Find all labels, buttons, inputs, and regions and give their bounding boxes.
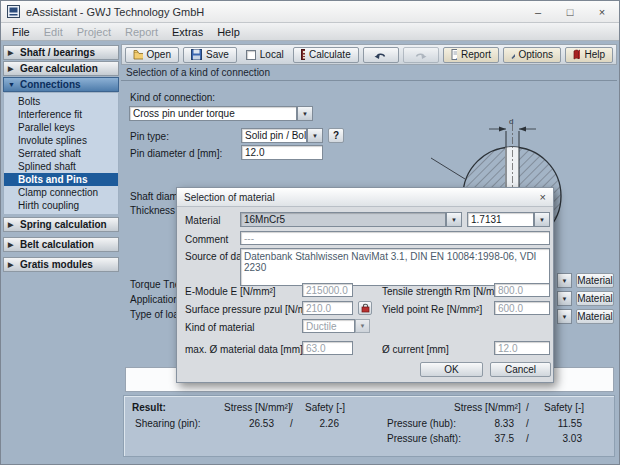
sidebar-section-belt-calculation[interactable]: ▶ Belt calculation	[3, 237, 119, 252]
menu-bar: File Edit Project Report Extras Help	[1, 23, 620, 41]
undo-button[interactable]	[363, 47, 399, 63]
material-name-value: 16MnCr5	[244, 214, 285, 225]
sidebar-item-bolts-and-pins[interactable]: Bolts and Pins	[4, 173, 118, 186]
pin-type-select[interactable]: Solid pin / Bolt	[241, 128, 307, 143]
report-label: Report	[461, 49, 491, 60]
safety-column-header-left: Safety [-]	[305, 402, 345, 413]
tensile-strength-label: Tensile strength Rm [N/mm²]	[382, 286, 509, 297]
chevron-down-icon: ▼	[8, 81, 16, 88]
sidebar-section-label: Gratis modules	[20, 259, 93, 270]
material-number-dropdown-arrow[interactable]: ▼	[534, 212, 550, 227]
max-diameter-input: 63.0	[302, 341, 353, 355]
close-button[interactable]: ×	[589, 3, 615, 21]
question-icon: ?	[333, 130, 339, 141]
options-icon	[511, 49, 515, 60]
tensile-strength-input: 800.0	[494, 283, 550, 297]
sidebar-item-clamp-connection[interactable]: Clamp connection	[4, 186, 118, 199]
save-label: Save	[206, 49, 229, 60]
slash: /	[526, 402, 529, 413]
safety-column-header-right: Safety [-]	[544, 402, 584, 413]
cancel-button[interactable]: Cancel	[490, 362, 551, 377]
comment-value: ---	[244, 233, 254, 244]
open-icon	[133, 49, 143, 60]
pin-diameter-input[interactable]: 12.0	[241, 145, 323, 160]
pressure-shaft-label: Pressure (shaft):	[387, 433, 461, 444]
chevron-right-icon: ▶	[8, 221, 16, 229]
kind-of-material-label: Kind of material	[185, 322, 254, 333]
calculate-button[interactable]: Calculate	[293, 47, 359, 63]
tensile-strength-value: 800.0	[498, 285, 523, 296]
dialog-close-icon[interactable]: ×	[540, 191, 546, 203]
pin-type-help-button[interactable]: ?	[328, 128, 344, 143]
kind-of-connection-value: Cross pin under torque	[133, 108, 235, 119]
menu-extras[interactable]: Extras	[165, 26, 210, 38]
yield-point-input: 600.0	[494, 301, 550, 315]
lock-button[interactable]	[358, 301, 372, 315]
source-of-data-textarea[interactable]: Datenbank Stahlwissen NaviMat 3.1, DIN E…	[240, 248, 550, 286]
chevron-right-icon: ▶	[8, 49, 16, 57]
title-bar: eAssistant - GWJ Technology GmbH – □ ×	[1, 1, 620, 23]
kind-of-connection-dropdown-arrow[interactable]: ▼	[297, 106, 313, 121]
menu-report: Report	[118, 26, 165, 38]
menu-edit: Edit	[37, 26, 70, 38]
sidebar-item-interference-fit[interactable]: Interference fit	[4, 108, 118, 121]
menu-help[interactable]: Help	[210, 26, 247, 38]
material-dialog: Selection of material × Material 16MnCr5…	[176, 187, 554, 383]
app-window: eAssistant - GWJ Technology GmbH – □ × F…	[0, 0, 620, 465]
report-button[interactable]: Report	[443, 47, 499, 63]
local-checkbox[interactable]: Local	[241, 49, 289, 60]
minimize-button[interactable]: –	[525, 3, 551, 21]
max-diameter-label: max. Ø material data [mm]	[185, 344, 303, 355]
material-number-value: 1.7131	[471, 214, 502, 225]
kind-of-connection-select[interactable]: Cross pin under torque	[129, 106, 297, 121]
section-title-text: Selection of a kind of connection	[126, 67, 270, 78]
options-button[interactable]: Options	[503, 47, 561, 63]
result-title: Result:	[132, 402, 166, 413]
sidebar-section-spring-calculation[interactable]: ▶ Spring calculation	[3, 217, 119, 232]
sidebar-section-shaft-bearings[interactable]: ▶ Shaft / bearings	[3, 45, 119, 60]
current-diameter-label: Ø current [mm]	[382, 344, 449, 355]
material-name-select[interactable]: 16MnCr5	[240, 212, 446, 227]
sidebar-section-gratis-modules[interactable]: ▶ Gratis modules	[3, 257, 119, 272]
pin-type-dropdown-arrow[interactable]: ▼	[307, 128, 323, 143]
sidebar-item-hirth-coupling[interactable]: Hirth coupling	[4, 199, 118, 212]
comment-input[interactable]: ---	[240, 231, 550, 245]
emodule-label: E-Module E [N/mm²]	[185, 286, 276, 297]
sidebar-section-connections[interactable]: ▼ Connections	[3, 77, 119, 92]
ok-button[interactable]: OK	[420, 362, 483, 377]
help-book-icon	[573, 49, 580, 60]
sidebar-section-label: Connections	[20, 79, 81, 90]
calculator-icon	[301, 49, 305, 60]
kind-of-material-select: Ductile	[302, 319, 355, 333]
sidebar-item-bolts[interactable]: Bolts	[4, 95, 118, 108]
report-icon	[451, 49, 457, 60]
pressure-shaft-safety: 3.03	[542, 433, 582, 444]
sidebar-item-serrated-shaft[interactable]: Serrated shaft	[4, 147, 118, 160]
material-number-select[interactable]: 1.7131	[467, 212, 534, 227]
chevron-right-icon: ▶	[8, 261, 16, 269]
redo-button	[403, 47, 439, 63]
maximize-button[interactable]: □	[557, 3, 583, 21]
open-button[interactable]: Open	[125, 47, 179, 63]
menu-file[interactable]: File	[5, 26, 37, 38]
dialog-title-bar: Selection of material ×	[177, 188, 553, 207]
kind-of-material-value: Ductile	[306, 321, 337, 332]
toolbar: Open Save Local Calculate	[121, 44, 617, 65]
surface-pressure-input[interactable]: 210.0	[302, 301, 353, 315]
sidebar-item-involute-splines[interactable]: Involute splines	[4, 134, 118, 147]
max-diameter-value: 63.0	[306, 343, 325, 354]
help-button[interactable]: Help	[565, 47, 613, 63]
save-button[interactable]: Save	[183, 47, 237, 63]
result-panel: Result: Stress [N/mm²] / Safety [-] Stre…	[123, 395, 615, 457]
material-name-dropdown-arrow[interactable]: ▼	[446, 212, 462, 227]
emodule-value: 215000.0	[306, 285, 348, 296]
checkbox-icon	[246, 50, 256, 60]
sidebar-item-splined-shaft[interactable]: Splined shaft	[4, 160, 118, 173]
dialog-title: Selection of material	[184, 192, 275, 203]
dimension-d-label: d	[509, 117, 513, 126]
sidebar-item-parallel-keys[interactable]: Parallel keys	[4, 121, 118, 134]
current-diameter-value: 12.0	[498, 343, 517, 354]
pressure-shaft-stress: 37.5	[454, 433, 514, 444]
help-label: Help	[584, 49, 605, 60]
sidebar-section-gear-calculation[interactable]: ▶ Gear calculation	[3, 61, 119, 76]
